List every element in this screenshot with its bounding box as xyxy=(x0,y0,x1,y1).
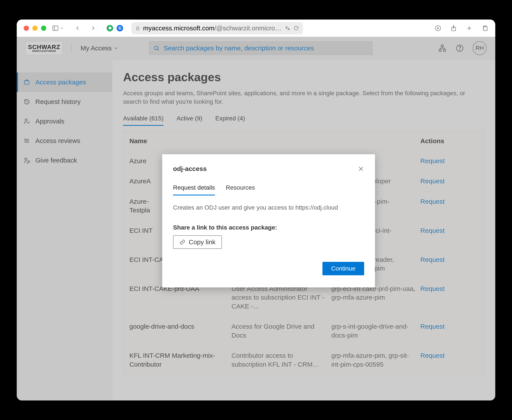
request-link[interactable]: Request xyxy=(420,351,475,369)
sidebar-item-request-history[interactable]: Request history xyxy=(17,92,112,112)
back-icon[interactable] xyxy=(74,25,81,32)
org-logo: SCHWARZ DIENSTLEISTUNGEN xyxy=(25,41,63,55)
logo-line1: SCHWARZ xyxy=(28,44,60,50)
safari-toolbar: ✽ ① myaccess.microsoft.com/@schwarzit.on… xyxy=(17,20,495,37)
nav-dropdown-label: My Access xyxy=(81,45,112,52)
tab-available[interactable]: Available (615) xyxy=(123,115,163,126)
cell-description: User Access Administrator access to subs… xyxy=(231,285,331,311)
sidebar-item-label: Access packages xyxy=(35,79,86,86)
request-link[interactable]: Request xyxy=(420,157,475,165)
nav-dropdown[interactable]: My Access xyxy=(81,45,119,52)
request-link[interactable]: Request xyxy=(420,255,475,273)
new-tab-icon[interactable] xyxy=(466,25,473,32)
continue-button[interactable]: Continue xyxy=(322,262,364,275)
package-icon xyxy=(23,79,30,86)
tab-overview-icon[interactable] xyxy=(481,25,488,32)
cell-name: google-drive-and-docs xyxy=(130,322,231,340)
svg-rect-18 xyxy=(26,80,28,81)
approval-icon xyxy=(23,118,30,125)
minimize-window-icon[interactable] xyxy=(32,26,38,31)
cell-resources: grp-s-int-google-drive-and-docs-pim xyxy=(331,322,420,340)
svg-rect-17 xyxy=(24,81,29,84)
col-actions: Actions xyxy=(420,137,475,146)
request-modal: odj-access Request details Resources Cre… xyxy=(162,154,375,287)
browser-window: ✽ ① myaccess.microsoft.com/@schwarzit.on… xyxy=(17,20,495,400)
extension-1password-icon[interactable]: ① xyxy=(117,25,123,31)
sidebar-item-label: Access reviews xyxy=(35,137,80,144)
forward-icon[interactable] xyxy=(90,25,97,32)
help-icon[interactable] xyxy=(455,44,464,52)
search-icon xyxy=(153,45,160,51)
sidebar-item-give-feedback[interactable]: Give feedback xyxy=(17,150,112,170)
svg-point-19 xyxy=(25,119,27,121)
cell-description: Access for Google Drive and Docs xyxy=(231,322,331,340)
tab-dropdown-icon[interactable] xyxy=(60,26,64,30)
modal-tab-resources[interactable]: Resources xyxy=(226,184,255,195)
svg-rect-14 xyxy=(443,49,446,51)
feedback-icon xyxy=(23,157,30,164)
request-link[interactable]: Request xyxy=(420,177,475,186)
link-icon xyxy=(180,239,185,245)
request-link[interactable]: Request xyxy=(420,197,475,215)
downloads-icon[interactable] xyxy=(435,25,441,32)
cell-name: KFL INT-CRM Marketing-mix-Contributor xyxy=(130,351,231,369)
modal-tab-request-details[interactable]: Request details xyxy=(173,184,215,195)
modal-description: Creates an ODJ user and give you access … xyxy=(173,204,364,211)
extension-green-icon[interactable]: ✽ xyxy=(107,25,113,31)
window-controls[interactable] xyxy=(24,26,46,31)
svg-point-16 xyxy=(459,50,460,50)
table-row[interactable]: KFL INT-CRM Marketing-mix-ContributorCon… xyxy=(123,345,484,375)
svg-point-10 xyxy=(155,46,158,49)
copy-link-label: Copy link xyxy=(189,238,215,246)
request-link[interactable]: Request xyxy=(420,322,475,340)
svg-rect-9 xyxy=(483,27,487,30)
tab-active[interactable]: Active (9) xyxy=(176,115,202,126)
tab-expired[interactable]: Expired (4) xyxy=(215,115,245,126)
header-divider xyxy=(71,43,72,53)
modal-title: odj-access xyxy=(173,165,207,172)
close-icon[interactable] xyxy=(358,165,364,172)
reload-icon[interactable] xyxy=(293,25,299,31)
sidebar-item-approvals[interactable]: Approvals xyxy=(17,112,112,131)
cell-resources: grp-eci-int-cake-prd-pim-uaa, grp-mfa-az… xyxy=(331,285,420,311)
close-window-icon[interactable] xyxy=(24,26,29,31)
share-icon[interactable] xyxy=(450,25,457,32)
sidebar: Access packages Request history Approval… xyxy=(17,60,112,400)
request-link[interactable]: Request xyxy=(420,285,475,311)
user-avatar[interactable]: RH xyxy=(473,41,487,55)
sidebar-item-label: Give feedback xyxy=(35,157,77,164)
search-box[interactable] xyxy=(149,41,373,55)
svg-point-23 xyxy=(25,158,27,160)
page-title: Access packages xyxy=(123,70,484,84)
request-link[interactable]: Request xyxy=(420,226,475,244)
logo-line2: DIENSTLEISTUNGEN xyxy=(32,50,56,52)
page-description: Access groups and teams, SharePoint site… xyxy=(123,89,466,106)
cell-name: ECI INT-CAKE-prd-UAA xyxy=(130,285,231,311)
cell-description: Contributor access to subscription KFL I… xyxy=(231,351,331,369)
url-text: myaccess.microsoft.com/@schwarzit.onmicr… xyxy=(143,24,282,32)
cell-resources: grp-mfa-azure-pim, grp-sit-int-pim-cps-0… xyxy=(331,351,420,369)
table-header: Name Actions xyxy=(123,131,484,151)
svg-line-11 xyxy=(158,49,159,50)
lock-icon xyxy=(135,26,140,30)
sidebar-toggle-icon[interactable] xyxy=(52,25,59,32)
org-structure-icon[interactable] xyxy=(438,44,447,52)
svg-rect-12 xyxy=(441,45,443,47)
table-row[interactable]: google-drive-and-docsAccess for Google D… xyxy=(123,316,484,345)
reviews-icon xyxy=(23,137,30,144)
col-name: Name xyxy=(130,137,231,146)
sidebar-item-label: Request history xyxy=(35,98,81,105)
search-input[interactable] xyxy=(163,45,368,52)
svg-rect-13 xyxy=(439,49,441,51)
app-header: SCHWARZ DIENSTLEISTUNGEN My Access RH xyxy=(17,37,495,60)
fullscreen-window-icon[interactable] xyxy=(41,26,46,31)
svg-rect-2 xyxy=(136,28,139,30)
history-icon xyxy=(23,98,30,105)
sidebar-item-access-reviews[interactable]: Access reviews xyxy=(17,131,112,150)
sidebar-item-access-packages[interactable]: Access packages xyxy=(17,72,112,92)
translate-icon[interactable] xyxy=(285,25,290,31)
filter-tabs: Available (615) Active (9) Expired (4) xyxy=(123,115,484,126)
copy-link-button[interactable]: Copy link xyxy=(173,235,222,249)
svg-rect-0 xyxy=(53,26,58,30)
address-bar[interactable]: myaccess.microsoft.com/@schwarzit.onmicr… xyxy=(131,22,303,34)
